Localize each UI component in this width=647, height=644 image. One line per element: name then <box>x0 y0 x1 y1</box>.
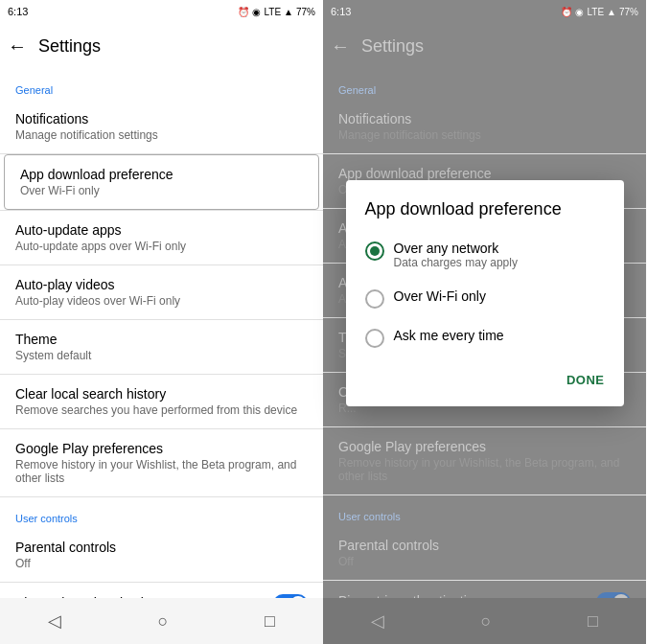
nav-recent-left[interactable]: □ <box>265 611 275 632</box>
page-title-right: Settings <box>361 36 424 57</box>
dialog-title: App download preference <box>346 180 624 231</box>
nav-recent-right[interactable]: □ <box>588 611 598 632</box>
play-prefs-title: Google Play preferences <box>15 441 308 456</box>
toolbar-left: ← Settings <box>0 23 323 69</box>
dialog-option-any-network[interactable]: Over any network Data charges may apply <box>346 231 624 279</box>
settings-item-play-r: Google Play preferences Remove history i… <box>323 427 646 494</box>
wifi-icon-r: ◉ <box>575 7 584 17</box>
app-download-subtitle: Over Wi-Fi only <box>20 184 303 197</box>
biometric-toggle[interactable] <box>273 594 308 598</box>
auto-update-subtitle: Auto-update apps over Wi-Fi only <box>15 240 308 253</box>
signal-icon-r: ▲ <box>607 7 616 17</box>
nav-home-left[interactable]: ○ <box>158 611 169 632</box>
status-time-left: 6:13 <box>8 6 28 17</box>
wifi-only-text: Over Wi-Fi only <box>394 288 486 304</box>
dialog-option-wifi-only[interactable]: Over Wi-Fi only <box>346 279 624 318</box>
wifi-icon: ◉ <box>252 7 261 17</box>
page-title-left: Settings <box>38 36 101 57</box>
alarm-icon-r: ⏰ <box>561 7 572 17</box>
settings-item-parental[interactable]: Parental controls Off <box>0 528 323 582</box>
settings-item-play-prefs[interactable]: Google Play preferences Remove history i… <box>0 429 323 496</box>
nav-back-right[interactable]: ◁ <box>371 610 384 632</box>
ask-every-label: Ask me every time <box>394 328 504 343</box>
app-download-title: App download preference <box>20 167 303 182</box>
notifications-title-r: Notifications <box>338 111 631 126</box>
any-network-text: Over any network Data charges may apply <box>394 241 518 269</box>
settings-item-theme[interactable]: Theme System default <box>0 320 323 374</box>
nav-home-right[interactable]: ○ <box>481 611 492 632</box>
any-network-label: Over any network <box>394 241 518 256</box>
theme-subtitle: System default <box>15 349 308 362</box>
nav-back-left[interactable]: ◁ <box>48 610 61 632</box>
notifications-title: Notifications <box>15 111 308 126</box>
notifications-subtitle: Manage notification settings <box>15 128 308 142</box>
dialog-done-button[interactable]: DONE <box>559 365 612 395</box>
battery-text-r: 77% <box>619 7 638 17</box>
status-bar-left: 6:13 ⏰ ◉ LTE ▲ 77% <box>0 0 323 23</box>
status-time-right: 6:13 <box>331 6 351 17</box>
lte-icon-r: LTE <box>587 7 604 17</box>
play-title-r: Google Play preferences <box>338 439 631 454</box>
settings-item-parental-r: Parental controls Off <box>323 526 646 580</box>
battery-text: 77% <box>296 7 315 17</box>
settings-item-biometric-r: Biometric authentication <box>323 581 646 598</box>
ask-every-text: Ask me every time <box>394 328 504 343</box>
settings-item-auto-update[interactable]: Auto-update apps Auto-update apps over W… <box>0 211 323 264</box>
general-section-label-r: General <box>323 69 646 100</box>
radio-wifi-only[interactable] <box>365 289 384 309</box>
left-panel: 6:13 ⏰ ◉ LTE ▲ 77% ← Settings General No… <box>0 0 323 644</box>
parental-subtitle: Off <box>15 557 308 570</box>
settings-item-notifications[interactable]: Notifications Manage notification settin… <box>0 100 323 153</box>
wifi-only-label: Over Wi-Fi only <box>394 288 486 304</box>
radio-ask-every[interactable] <box>365 329 384 348</box>
parental-title: Parental controls <box>15 540 308 555</box>
auto-update-title: Auto-update apps <box>15 222 308 238</box>
parental-title-r: Parental controls <box>338 538 631 553</box>
user-controls-label-r: User controls <box>323 495 646 526</box>
notifications-subtitle-r: Manage notification settings <box>338 128 631 142</box>
dialog-option-ask-every[interactable]: Ask me every time <box>346 318 624 357</box>
auto-play-subtitle: Auto-play videos over Wi-Fi only <box>15 294 308 308</box>
clear-history-title: Clear local search history <box>15 386 308 402</box>
bottom-nav-right: ◁ ○ □ <box>323 598 646 644</box>
radio-any-network[interactable] <box>365 242 384 261</box>
right-panel: 6:13 ⏰ ◉ LTE ▲ 77% ← Settings General No… <box>323 0 646 644</box>
status-icons-left: ⏰ ◉ LTE ▲ 77% <box>238 7 315 17</box>
signal-icon: ▲ <box>284 7 293 17</box>
radio-inner-any <box>370 246 380 256</box>
lte-icon: LTE <box>264 7 281 17</box>
settings-item-auto-play[interactable]: Auto-play videos Auto-play videos over W… <box>0 265 323 319</box>
settings-list-left: General Notifications Manage notificatio… <box>0 69 323 598</box>
parental-subtitle-r: Off <box>338 555 631 568</box>
theme-title: Theme <box>15 332 308 347</box>
any-network-sublabel: Data charges may apply <box>394 256 518 269</box>
biometric-toggle-r <box>596 592 631 598</box>
user-controls-label: User controls <box>0 497 323 528</box>
bottom-nav-left: ◁ ○ □ <box>0 598 323 644</box>
settings-item-app-download[interactable]: App download preference Over Wi-Fi only <box>4 154 319 210</box>
settings-item-clear-history[interactable]: Clear local search history Remove search… <box>0 375 323 428</box>
back-button-right[interactable]: ← <box>331 35 350 58</box>
status-bar-right: 6:13 ⏰ ◉ LTE ▲ 77% <box>323 0 646 23</box>
status-icons-right: ⏰ ◉ LTE ▲ 77% <box>561 7 638 17</box>
settings-item-notifications-r: Notifications Manage notification settin… <box>323 100 646 153</box>
general-section-label: General <box>0 69 323 100</box>
auto-play-title: Auto-play videos <box>15 277 308 292</box>
settings-item-biometric[interactable]: Biometric authentication <box>0 583 323 598</box>
app-download-dialog: App download preference Over any network… <box>346 180 624 406</box>
play-subtitle-r: Remove history in your Wishlist, the Bet… <box>338 456 631 483</box>
alarm-icon: ⏰ <box>238 7 249 17</box>
clear-history-subtitle: Remove searches you have performed from … <box>15 403 308 417</box>
play-prefs-subtitle: Remove history in your Wishlist, the Bet… <box>15 458 308 485</box>
toolbar-right: ← Settings <box>323 23 646 69</box>
back-button-left[interactable]: ← <box>8 35 27 58</box>
dialog-actions: DONE <box>346 357 624 406</box>
app-download-title-r: App download preference <box>338 166 631 181</box>
